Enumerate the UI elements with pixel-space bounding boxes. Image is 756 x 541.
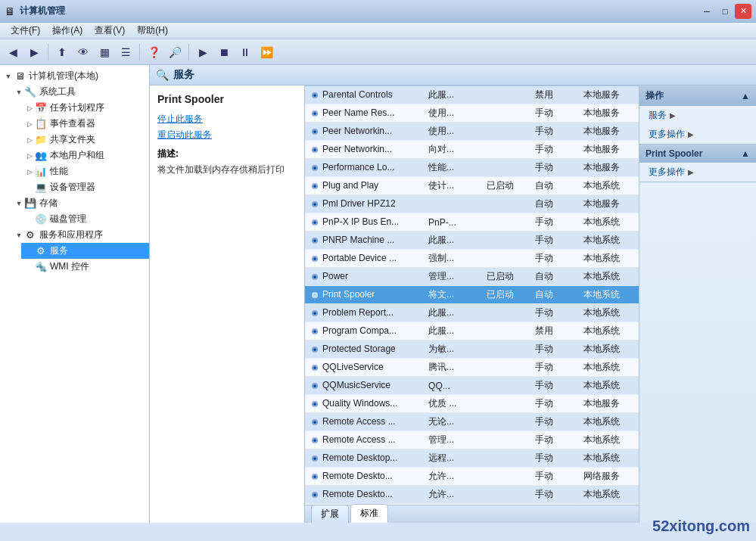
table-row[interactable]: QQMusicServiceQQ...手动本地系统 (305, 377, 639, 395)
table-row[interactable]: Remote Access ...无论...手动本地系统 (305, 413, 639, 431)
restart-button[interactable]: ⏩ (257, 42, 276, 62)
service-status-cell (482, 431, 530, 449)
perf-icon: 📊 (35, 166, 47, 178)
back-button[interactable]: ◀ (3, 42, 23, 62)
separator-1 (48, 44, 48, 61)
service-icon (310, 344, 320, 355)
table-row[interactable]: PnP-X IP Bus En...PnP-...手动本地系统 (305, 213, 639, 232)
service-name-cell: Remote Deskto... (305, 486, 424, 504)
table-row[interactable]: Plug and Play使计...已启动自动本地系统 (305, 177, 639, 195)
table-row[interactable]: Performance Lo...性能...手动本地服务 (305, 159, 639, 177)
service-startup-cell: 手动 (530, 123, 580, 141)
table-row[interactable]: Peer Networkin...向对...手动本地服务 (305, 141, 639, 159)
play-button[interactable]: ▶ (193, 42, 213, 62)
svg-point-35 (313, 403, 316, 406)
main-area: ▼ 🖥 计算机管理(本地) ▼ 🔧 系统工具 ▷ 📅 任务计划程序 ▷ 📋 事件… (0, 65, 756, 523)
ops-item-1-0[interactable]: 更多操作▶ (639, 163, 756, 182)
table-row[interactable]: Peer Networkin...使用...手动本地服务 (305, 123, 639, 141)
restart-service-link[interactable]: 重启动此服务 (157, 129, 297, 141)
task-scheduler-item[interactable]: ▷ 📅 任务计划程序 (21, 100, 149, 116)
system-tools-item[interactable]: ▼ 🔧 系统工具 (11, 84, 149, 100)
stop-service-link[interactable]: 停止此服务 (157, 113, 297, 126)
service-login-cell: 本地服务 (579, 104, 638, 123)
close-button[interactable]: ✕ (735, 4, 751, 19)
service-name-cell: PNRP Machine ... (305, 232, 424, 250)
maximize-button[interactable]: □ (717, 4, 733, 19)
table-row[interactable]: Quality Windows...优质 ...手动本地服务 (305, 395, 639, 413)
service-icon (310, 108, 320, 119)
table-row[interactable]: Portable Device ...强制...手动本地系统 (305, 250, 639, 268)
table-row[interactable]: Problem Report...此服...手动本地系统 (305, 304, 639, 322)
tab-标准[interactable]: 标准 (350, 504, 388, 523)
service-startup-cell: 手动 (530, 359, 580, 377)
service-desc-cell: 管理... (424, 431, 482, 449)
menu-bar: 文件(F)操作(A)查看(V)帮助(H) (0, 23, 756, 39)
minimize-button[interactable]: ─ (698, 4, 715, 19)
table-row[interactable]: Parental Controls此服...禁用本地服务 (305, 86, 639, 104)
menu-item-f[interactable]: 文件(F) (5, 23, 46, 39)
service-icon (310, 163, 320, 173)
svg-point-3 (313, 112, 316, 115)
table-row[interactable]: Remote Access ...管理...手动本地系统 (305, 431, 639, 449)
toolbar: ◀ ▶ ⬆ 👁 ▦ ☰ ❓ 🔎 ▶ ⏹ ⏸ ⏩ (0, 39, 756, 65)
list-button[interactable]: ☰ (116, 42, 135, 62)
separator-3 (188, 44, 189, 61)
svg-point-19 (313, 257, 316, 260)
services-apps-item[interactable]: ▼ ⚙ 服务和应用程序 (11, 227, 149, 243)
forward-button[interactable]: ▶ (24, 42, 44, 62)
view-button[interactable]: ▦ (95, 42, 114, 62)
device-manager-item[interactable]: 💻 设备管理器 (21, 179, 149, 195)
service-status-cell (482, 486, 530, 504)
table-row[interactable]: Peer Name Res...使用...手动本地服务 (305, 104, 639, 123)
wmi-item[interactable]: 🔩 WMI 控件 (21, 259, 149, 275)
ops-section-header-1[interactable]: Print Spooler▲ (639, 145, 756, 163)
shared-folders-item[interactable]: ▷ 📁 共享文件夹 (21, 132, 149, 148)
up-button[interactable]: ⬆ (52, 42, 72, 62)
shared-label: 共享文件夹 (50, 133, 95, 146)
ops-section-header-0[interactable]: 操作▲ (639, 86, 756, 106)
service-desc-cell: 将文... (424, 286, 482, 304)
storage-item[interactable]: ▼ 💾 存储 (11, 195, 149, 211)
tab-扩展[interactable]: 扩展 (311, 505, 349, 523)
table-row[interactable]: Remote Deskto...允许...手动本地系统 (305, 486, 639, 504)
table-row[interactable]: QQLiveService腾讯...手动本地系统 (305, 359, 639, 377)
service-login-cell: 本地系统 (579, 431, 638, 449)
menu-item-h[interactable]: 帮助(H) (131, 23, 174, 39)
service-icon (310, 253, 320, 264)
table-row[interactable]: Program Compa...此服...禁用本地系统 (305, 322, 639, 340)
table-row[interactable]: Remote Deskto...允许...手动网络服务 (305, 468, 639, 486)
svg-point-9 (313, 166, 316, 169)
services-item[interactable]: ⚙ 服务 (21, 243, 149, 259)
svcapp-icon: ⚙ (24, 229, 36, 241)
table-row[interactable]: Power管理...已启动自动本地系统 (305, 268, 639, 286)
ops-item-0-0[interactable]: 服务▶ (639, 106, 756, 125)
service-icon (310, 145, 320, 155)
stop-button[interactable]: ⏹ (214, 42, 234, 62)
properties-button[interactable]: 🔎 (165, 42, 185, 62)
event-viewer-item[interactable]: ▷ 📋 事件查看器 (21, 116, 149, 132)
service-status-cell (482, 123, 530, 141)
shared-expander: ▷ (24, 136, 35, 144)
menu-item-v[interactable]: 查看(V) (89, 23, 131, 39)
service-desc-cell: 使用... (424, 104, 482, 123)
service-desc-cell: 允许... (424, 486, 482, 504)
task-label: 任务计划程序 (50, 101, 104, 114)
title-buttons: ─ □ ✕ (698, 4, 751, 19)
ops-item-0-1[interactable]: 更多操作▶ (639, 125, 756, 144)
local-users-item[interactable]: ▷ 👥 本地用户和组 (21, 148, 149, 163)
table-row[interactable]: PNRP Machine ...此服...手动本地系统 (305, 232, 639, 250)
disk-expander (24, 216, 35, 223)
table-row[interactable]: Print Spooler将文...已启动自动本地系统 (305, 286, 639, 304)
tree-root-item[interactable]: ▼ 🖥 计算机管理(本地) (0, 68, 149, 84)
table-row[interactable]: Remote Desktop...远程...手动本地系统 (305, 449, 639, 468)
disk-mgmt-item[interactable]: 💿 磁盘管理 (21, 211, 149, 227)
menu-item-a[interactable]: 操作(A) (46, 23, 89, 39)
show-hide-button[interactable]: 👁 (73, 42, 93, 62)
pause-button[interactable]: ⏸ (235, 42, 255, 62)
help-button[interactable]: ❓ (144, 42, 163, 62)
computer-icon: 🖥 (14, 70, 26, 82)
table-row[interactable]: Protected Storage为敏...手动本地系统 (305, 340, 639, 359)
ops-item-arrow: ▶ (688, 168, 694, 176)
table-row[interactable]: Pml Driver HPZ12自动本地服务 (305, 195, 639, 213)
performance-item[interactable]: ▷ 📊 性能 (21, 163, 149, 179)
